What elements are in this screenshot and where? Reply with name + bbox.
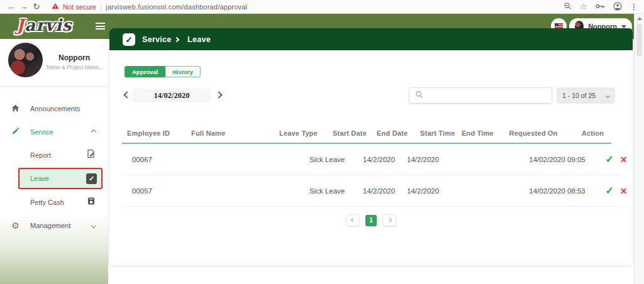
sidebar-item-leave-active[interactable]: Leave ✓ xyxy=(18,168,103,189)
table-header-row: Employee ID Full Name Leave Type Start D… xyxy=(109,124,633,143)
reject-icon[interactable]: ✕ xyxy=(620,187,628,195)
results-range-dropdown[interactable]: 1 - 10 of 25 xyxy=(557,87,615,104)
sidebar-item-petty-cash[interactable]: Petty Cash xyxy=(0,190,108,214)
requested-on-cell: 14/02/2020 09:05 xyxy=(526,156,588,163)
breadcrumb-section[interactable]: Service xyxy=(142,35,172,44)
column-header: End Date xyxy=(377,129,420,137)
search-box xyxy=(409,87,552,104)
caret-down-icon xyxy=(621,25,626,28)
start-date-cell: 14/2/2020 xyxy=(363,156,407,163)
date-next-button[interactable] xyxy=(215,91,222,98)
tab-group: Approval History xyxy=(125,66,201,77)
column-header: Full Name xyxy=(191,129,279,137)
bookmark-star-icon[interactable]: ☆ xyxy=(580,2,587,11)
search-icon xyxy=(415,90,423,101)
profile-name: Nopporn xyxy=(43,53,106,62)
table-row: 00067 Sick Leave 14/2/2020 14/2/2020 14/… xyxy=(122,144,620,175)
page-prev-button[interactable] xyxy=(346,214,360,226)
leave-type-cell: Sick Leave xyxy=(309,187,363,195)
profile-photo[interactable] xyxy=(8,43,43,77)
chevron-down-icon xyxy=(606,93,610,97)
leave-checkbox-icon: ✓ xyxy=(86,173,97,184)
breadcrumb: ✓ Service Leave xyxy=(109,28,633,50)
browser-profile-icon[interactable] xyxy=(613,2,622,12)
column-header: Employee ID xyxy=(109,129,191,137)
profile-role: Tester & Project Mana... xyxy=(43,64,106,70)
page-next-button[interactable] xyxy=(382,214,396,226)
app-window: Jarvis Nopporn Nopporn Tester & Project … xyxy=(0,14,644,284)
column-header: Start Date xyxy=(333,129,377,137)
leave-table: Employee ID Full Name Leave Type Start D… xyxy=(109,124,633,207)
home-icon xyxy=(11,103,20,114)
column-header: End Time xyxy=(462,129,496,137)
end-date-cell: 14/2/2020 xyxy=(407,187,450,195)
gear-icon: ⚙ xyxy=(11,221,20,230)
pagination: 1 xyxy=(109,214,633,226)
sidebar-item-label: Service xyxy=(30,128,53,136)
date-picker[interactable]: 14/02/2020 xyxy=(132,89,211,102)
browser-chrome: ← → ↻ Not secure | jarvisweb.fusionsol.c… xyxy=(0,0,644,14)
main-content-card: ✓ Service Leave Approval History 14/02/2… xyxy=(109,28,633,265)
chevron-up-icon xyxy=(91,129,96,134)
column-header: Requested On xyxy=(496,129,570,137)
tab-approval[interactable]: Approval xyxy=(125,66,165,77)
end-date-cell: 14/2/2020 xyxy=(407,156,450,163)
sidebar-item-label: Management xyxy=(30,222,70,229)
breadcrumb-page: Leave xyxy=(187,35,211,44)
page-current-button[interactable]: 1 xyxy=(365,215,377,226)
column-header: Start Time xyxy=(420,129,462,137)
table-row: 00057 Sick Leave 14/2/2020 14/2/2020 14/… xyxy=(122,175,620,207)
sidebar-menu: Announcements Service Report Leave ✓ xyxy=(0,97,108,237)
url-text: jarvisweb.fusionsol.com/dashborad/approv… xyxy=(106,3,247,11)
column-header: Action xyxy=(570,129,615,137)
sidebar-item-service[interactable]: Service xyxy=(0,120,108,143)
requested-on-cell: 14/02/2020 08:53 xyxy=(526,187,588,195)
profile-block: Nopporn Tester & Project Mana... xyxy=(0,39,108,87)
browser-back-button[interactable]: ← xyxy=(5,2,18,11)
tab-history[interactable]: History xyxy=(165,66,201,77)
employee-id-cell: 00057 xyxy=(127,187,221,195)
sidebar: Nopporn Tester & Project Mana... Announc… xyxy=(0,39,108,284)
employee-id-cell: 00067 xyxy=(127,156,221,163)
page-scrollbar[interactable] xyxy=(634,14,644,284)
start-date-cell: 14/2/2020 xyxy=(363,187,407,195)
sidebar-item-label: Report xyxy=(30,151,51,159)
report-icon xyxy=(86,149,96,161)
browser-refresh-button[interactable]: ↻ xyxy=(30,2,43,11)
petty-cash-icon xyxy=(87,197,96,208)
leave-type-cell: Sick Leave xyxy=(309,156,363,163)
scrollbar-up-arrow-icon[interactable] xyxy=(637,17,642,20)
jarvis-logo: Jarvis xyxy=(16,16,72,35)
address-bar[interactable]: Not secure | jarvisweb.fusionsol.com/das… xyxy=(52,3,564,11)
results-range-label: 1 - 10 of 25 xyxy=(562,92,606,99)
page-checkbox-icon: ✓ xyxy=(123,33,135,46)
url-separator: | xyxy=(100,3,102,11)
breadcrumb-chevron-icon xyxy=(174,36,179,41)
scrollbar-thumb[interactable] xyxy=(636,24,642,57)
approve-icon[interactable]: ✓ xyxy=(605,155,613,165)
password-key-icon[interactable] xyxy=(596,3,605,11)
browser-menu-icon[interactable]: ⋮ xyxy=(630,3,638,11)
sidebar-item-management[interactable]: ⚙ Management xyxy=(0,214,108,237)
sidebar-item-report[interactable]: Report xyxy=(0,143,108,167)
controls-row: 14/02/2020 1 - 10 of 25 xyxy=(109,89,633,105)
chevron-down-icon xyxy=(91,222,96,227)
sidebar-item-label: Leave xyxy=(30,175,49,182)
search-input[interactable] xyxy=(428,92,546,99)
reject-icon[interactable]: ✕ xyxy=(620,155,628,164)
sidebar-item-label: Petty Cash xyxy=(30,199,64,206)
pencil-icon xyxy=(11,126,20,138)
not-secure-warning-icon xyxy=(52,3,59,11)
zoom-icon[interactable] xyxy=(564,2,572,11)
date-prev-button[interactable] xyxy=(123,91,130,98)
approve-icon[interactable]: ✓ xyxy=(605,186,613,196)
browser-forward-button[interactable]: → xyxy=(18,2,30,11)
not-secure-label: Not secure xyxy=(63,3,96,11)
hamburger-menu-icon[interactable] xyxy=(96,23,105,31)
column-header: Leave Type xyxy=(279,129,333,137)
sidebar-item-announcements[interactable]: Announcements xyxy=(0,97,108,120)
sidebar-item-label: Announcements xyxy=(30,105,80,112)
